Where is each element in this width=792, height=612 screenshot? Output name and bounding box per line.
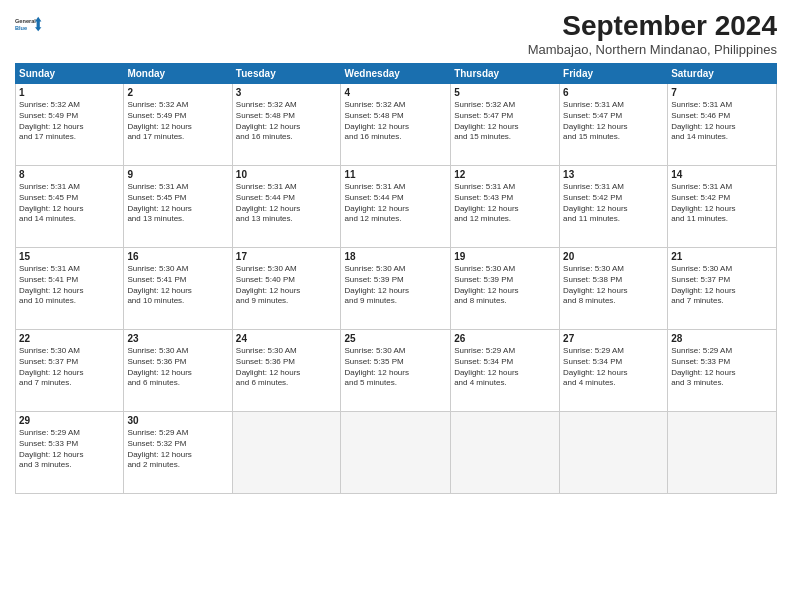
- day-info: Sunrise: 5:30 AMSunset: 5:41 PMDaylight:…: [127, 264, 228, 307]
- calendar-cell: 7Sunrise: 5:31 AMSunset: 5:46 PMDaylight…: [668, 84, 777, 166]
- day-number: 6: [563, 87, 664, 98]
- calendar-cell: 27Sunrise: 5:29 AMSunset: 5:34 PMDayligh…: [560, 330, 668, 412]
- calendar-cell: [341, 412, 451, 494]
- day-info: Sunrise: 5:32 AMSunset: 5:49 PMDaylight:…: [127, 100, 228, 143]
- calendar-cell: 3Sunrise: 5:32 AMSunset: 5:48 PMDaylight…: [232, 84, 341, 166]
- day-info: Sunrise: 5:31 AMSunset: 5:45 PMDaylight:…: [19, 182, 120, 225]
- day-info: Sunrise: 5:32 AMSunset: 5:47 PMDaylight:…: [454, 100, 556, 143]
- calendar-cell: 9Sunrise: 5:31 AMSunset: 5:45 PMDaylight…: [124, 166, 232, 248]
- location: Mambajao, Northern Mindanao, Philippines: [528, 42, 777, 57]
- day-number: 16: [127, 251, 228, 262]
- header-tuesday: Tuesday: [232, 64, 341, 84]
- day-info: Sunrise: 5:30 AMSunset: 5:36 PMDaylight:…: [236, 346, 338, 389]
- day-info: Sunrise: 5:29 AMSunset: 5:32 PMDaylight:…: [127, 428, 228, 471]
- calendar-cell: [560, 412, 668, 494]
- calendar-cell: 23Sunrise: 5:30 AMSunset: 5:36 PMDayligh…: [124, 330, 232, 412]
- day-info: Sunrise: 5:31 AMSunset: 5:41 PMDaylight:…: [19, 264, 120, 307]
- day-info: Sunrise: 5:31 AMSunset: 5:47 PMDaylight:…: [563, 100, 664, 143]
- calendar-cell: 1Sunrise: 5:32 AMSunset: 5:49 PMDaylight…: [16, 84, 124, 166]
- calendar-cell: 16Sunrise: 5:30 AMSunset: 5:41 PMDayligh…: [124, 248, 232, 330]
- calendar-cell: [232, 412, 341, 494]
- day-info: Sunrise: 5:30 AMSunset: 5:37 PMDaylight:…: [19, 346, 120, 389]
- day-number: 13: [563, 169, 664, 180]
- day-info: Sunrise: 5:31 AMSunset: 5:43 PMDaylight:…: [454, 182, 556, 225]
- svg-text:Blue: Blue: [15, 25, 27, 31]
- day-info: Sunrise: 5:30 AMSunset: 5:40 PMDaylight:…: [236, 264, 338, 307]
- calendar-cell: 28Sunrise: 5:29 AMSunset: 5:33 PMDayligh…: [668, 330, 777, 412]
- header-thursday: Thursday: [451, 64, 560, 84]
- title-section: September 2024 Mambajao, Northern Mindan…: [528, 10, 777, 57]
- day-info: Sunrise: 5:30 AMSunset: 5:37 PMDaylight:…: [671, 264, 773, 307]
- logo: GeneralBlue: [15, 10, 43, 38]
- day-info: Sunrise: 5:32 AMSunset: 5:48 PMDaylight:…: [236, 100, 338, 143]
- day-info: Sunrise: 5:31 AMSunset: 5:42 PMDaylight:…: [671, 182, 773, 225]
- logo-icon: GeneralBlue: [15, 10, 43, 38]
- day-number: 20: [563, 251, 664, 262]
- day-number: 4: [344, 87, 447, 98]
- day-info: Sunrise: 5:32 AMSunset: 5:48 PMDaylight:…: [344, 100, 447, 143]
- day-number: 26: [454, 333, 556, 344]
- calendar-cell: 14Sunrise: 5:31 AMSunset: 5:42 PMDayligh…: [668, 166, 777, 248]
- day-info: Sunrise: 5:32 AMSunset: 5:49 PMDaylight:…: [19, 100, 120, 143]
- calendar-cell: 18Sunrise: 5:30 AMSunset: 5:39 PMDayligh…: [341, 248, 451, 330]
- day-number: 11: [344, 169, 447, 180]
- calendar-cell: 26Sunrise: 5:29 AMSunset: 5:34 PMDayligh…: [451, 330, 560, 412]
- weekday-header-row: Sunday Monday Tuesday Wednesday Thursday…: [16, 64, 777, 84]
- header: GeneralBlue September 2024 Mambajao, Nor…: [15, 10, 777, 57]
- day-info: Sunrise: 5:30 AMSunset: 5:36 PMDaylight:…: [127, 346, 228, 389]
- calendar-cell: 6Sunrise: 5:31 AMSunset: 5:47 PMDaylight…: [560, 84, 668, 166]
- day-info: Sunrise: 5:29 AMSunset: 5:33 PMDaylight:…: [19, 428, 120, 471]
- calendar-cell: 17Sunrise: 5:30 AMSunset: 5:40 PMDayligh…: [232, 248, 341, 330]
- day-number: 7: [671, 87, 773, 98]
- day-info: Sunrise: 5:30 AMSunset: 5:39 PMDaylight:…: [344, 264, 447, 307]
- calendar: Sunday Monday Tuesday Wednesday Thursday…: [15, 63, 777, 494]
- calendar-cell: [668, 412, 777, 494]
- header-friday: Friday: [560, 64, 668, 84]
- day-number: 8: [19, 169, 120, 180]
- day-info: Sunrise: 5:31 AMSunset: 5:42 PMDaylight:…: [563, 182, 664, 225]
- day-number: 30: [127, 415, 228, 426]
- calendar-cell: 2Sunrise: 5:32 AMSunset: 5:49 PMDaylight…: [124, 84, 232, 166]
- day-number: 3: [236, 87, 338, 98]
- day-number: 1: [19, 87, 120, 98]
- calendar-cell: 25Sunrise: 5:30 AMSunset: 5:35 PMDayligh…: [341, 330, 451, 412]
- day-number: 14: [671, 169, 773, 180]
- day-number: 12: [454, 169, 556, 180]
- calendar-cell: 19Sunrise: 5:30 AMSunset: 5:39 PMDayligh…: [451, 248, 560, 330]
- day-number: 21: [671, 251, 773, 262]
- day-number: 29: [19, 415, 120, 426]
- calendar-cell: 8Sunrise: 5:31 AMSunset: 5:45 PMDaylight…: [16, 166, 124, 248]
- day-number: 2: [127, 87, 228, 98]
- header-saturday: Saturday: [668, 64, 777, 84]
- day-number: 27: [563, 333, 664, 344]
- day-info: Sunrise: 5:30 AMSunset: 5:39 PMDaylight:…: [454, 264, 556, 307]
- calendar-cell: 13Sunrise: 5:31 AMSunset: 5:42 PMDayligh…: [560, 166, 668, 248]
- day-info: Sunrise: 5:29 AMSunset: 5:33 PMDaylight:…: [671, 346, 773, 389]
- calendar-cell: 20Sunrise: 5:30 AMSunset: 5:38 PMDayligh…: [560, 248, 668, 330]
- day-number: 22: [19, 333, 120, 344]
- day-number: 18: [344, 251, 447, 262]
- calendar-cell: 29Sunrise: 5:29 AMSunset: 5:33 PMDayligh…: [16, 412, 124, 494]
- header-sunday: Sunday: [16, 64, 124, 84]
- calendar-cell: 4Sunrise: 5:32 AMSunset: 5:48 PMDaylight…: [341, 84, 451, 166]
- day-number: 5: [454, 87, 556, 98]
- day-info: Sunrise: 5:30 AMSunset: 5:38 PMDaylight:…: [563, 264, 664, 307]
- day-info: Sunrise: 5:31 AMSunset: 5:46 PMDaylight:…: [671, 100, 773, 143]
- calendar-cell: 11Sunrise: 5:31 AMSunset: 5:44 PMDayligh…: [341, 166, 451, 248]
- page: GeneralBlue September 2024 Mambajao, Nor…: [0, 0, 792, 612]
- day-number: 10: [236, 169, 338, 180]
- day-number: 23: [127, 333, 228, 344]
- day-number: 9: [127, 169, 228, 180]
- calendar-cell: [451, 412, 560, 494]
- header-wednesday: Wednesday: [341, 64, 451, 84]
- calendar-cell: 5Sunrise: 5:32 AMSunset: 5:47 PMDaylight…: [451, 84, 560, 166]
- calendar-cell: 22Sunrise: 5:30 AMSunset: 5:37 PMDayligh…: [16, 330, 124, 412]
- calendar-cell: 10Sunrise: 5:31 AMSunset: 5:44 PMDayligh…: [232, 166, 341, 248]
- calendar-cell: 15Sunrise: 5:31 AMSunset: 5:41 PMDayligh…: [16, 248, 124, 330]
- calendar-cell: 12Sunrise: 5:31 AMSunset: 5:43 PMDayligh…: [451, 166, 560, 248]
- svg-text:General: General: [15, 18, 36, 24]
- day-info: Sunrise: 5:29 AMSunset: 5:34 PMDaylight:…: [563, 346, 664, 389]
- day-info: Sunrise: 5:29 AMSunset: 5:34 PMDaylight:…: [454, 346, 556, 389]
- day-number: 25: [344, 333, 447, 344]
- header-monday: Monday: [124, 64, 232, 84]
